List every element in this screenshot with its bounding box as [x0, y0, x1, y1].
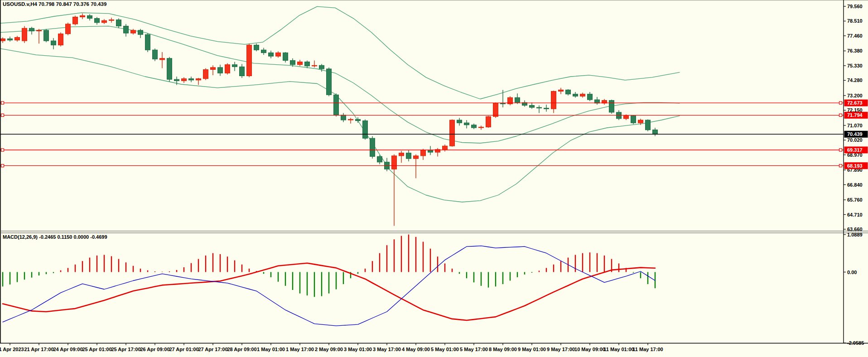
price-axis-label: 66.840 — [847, 182, 863, 188]
level-price-badge-text: 68.193 — [847, 163, 863, 169]
candle — [0, 39, 5, 41]
candle — [631, 116, 636, 123]
time-axis-label: 3 May 01:00 — [344, 347, 372, 352]
candle — [428, 150, 433, 153]
candle — [87, 15, 92, 18]
candle — [218, 68, 223, 73]
candle — [58, 34, 63, 45]
time-axis-label: 11 May 01:00 — [603, 347, 634, 352]
candle — [145, 34, 150, 50]
time-axis-label: 1 May 17:00 — [286, 347, 314, 352]
candle — [573, 94, 578, 96]
level-handle-left[interactable] — [1, 101, 4, 104]
candle — [493, 103, 498, 116]
candle — [537, 107, 542, 108]
candle — [131, 30, 136, 33]
chart-canvas[interactable]: 79.56078.51077.46076.38075.33074.28073.2… — [0, 0, 868, 357]
candle — [247, 45, 252, 76]
candle — [559, 90, 564, 91]
time-axis-label: 27 Apr 17:00 — [198, 347, 227, 352]
current-price-badge-text: 70.439 — [847, 131, 863, 137]
candle — [261, 50, 266, 53]
time-axis-label: 25 Apr 17:00 — [111, 347, 140, 352]
candle — [450, 120, 455, 146]
level-handle-right[interactable] — [839, 101, 842, 104]
candle — [486, 116, 491, 127]
price-axis-label: 71.070 — [847, 123, 863, 128]
candle — [653, 130, 658, 135]
time-axis-label: 3 May 17:00 — [373, 347, 401, 352]
level-handle-right[interactable] — [839, 114, 842, 116]
time-axis-label: 1 May 01:00 — [257, 347, 285, 352]
price-axis-label: 74.280 — [847, 77, 863, 83]
candle — [464, 123, 469, 125]
candle — [341, 115, 346, 120]
time-axis-label: 26 Apr 09:00 — [140, 347, 169, 352]
candle — [182, 79, 187, 81]
candle — [298, 62, 303, 65]
candle — [73, 17, 78, 24]
price-axis-label: 64.710 — [847, 212, 863, 217]
candle — [443, 146, 448, 150]
time-axis-label: 10 May 09:00 — [574, 347, 605, 352]
level-price-badge-text: 72.673 — [847, 100, 863, 106]
candle — [15, 37, 20, 40]
candle — [290, 60, 295, 64]
candle — [609, 101, 614, 112]
candle — [254, 45, 259, 50]
symbol-title: USOUSD.v,H4 70.798 70.847 70.376 70.439 — [3, 1, 106, 7]
candle — [406, 153, 411, 159]
candle — [196, 79, 201, 80]
price-axis-label: 70.020 — [847, 137, 863, 143]
candle — [624, 116, 629, 119]
level-handle-left[interactable] — [1, 149, 4, 151]
candle — [399, 153, 404, 156]
level-handle-left[interactable] — [1, 114, 4, 116]
candle — [544, 108, 549, 109]
candle — [646, 120, 651, 130]
candle — [189, 79, 194, 80]
candle — [588, 94, 593, 100]
candle — [501, 103, 506, 104]
price-axis-label: 79.560 — [847, 4, 863, 9]
time-axis-label: 21 Apr 17:00 — [24, 347, 53, 352]
macd-axis-label: 0.00 — [847, 270, 857, 275]
level-handle-right[interactable] — [839, 149, 842, 151]
time-axis-label: 11 May 17:00 — [632, 347, 663, 352]
level-handle-right[interactable] — [839, 164, 842, 167]
candle — [225, 65, 230, 73]
candle — [211, 68, 216, 70]
time-axis-label: 25 Apr 01:00 — [82, 347, 111, 352]
time-axis-label: 24 Apr 09:00 — [53, 347, 82, 352]
candle — [530, 106, 535, 108]
candle — [457, 120, 462, 123]
candle — [109, 20, 114, 21]
candle — [312, 65, 317, 66]
candle — [363, 121, 368, 139]
candle — [479, 127, 484, 128]
candle — [80, 15, 85, 17]
candle — [348, 119, 353, 120]
candle — [283, 53, 288, 60]
candle — [160, 58, 165, 60]
candle — [334, 95, 339, 115]
candle — [276, 53, 281, 56]
candle — [638, 120, 643, 123]
candle — [240, 67, 245, 76]
level-handle-left[interactable] — [1, 164, 4, 167]
candle — [356, 119, 361, 121]
candle — [566, 90, 571, 94]
candle — [580, 94, 585, 96]
price-axis-label: 65.760 — [847, 197, 863, 203]
candle — [22, 28, 27, 41]
time-axis-label: 9 May 17:00 — [547, 347, 575, 352]
candle — [370, 138, 375, 156]
candle — [124, 26, 129, 34]
candle — [232, 65, 237, 67]
candle — [66, 24, 71, 34]
candle — [421, 150, 426, 156]
candle — [203, 70, 208, 79]
level-price-badge-text: 69.317 — [847, 147, 863, 153]
candle — [551, 92, 556, 109]
level-price-badge-text: 71.794 — [847, 112, 863, 118]
